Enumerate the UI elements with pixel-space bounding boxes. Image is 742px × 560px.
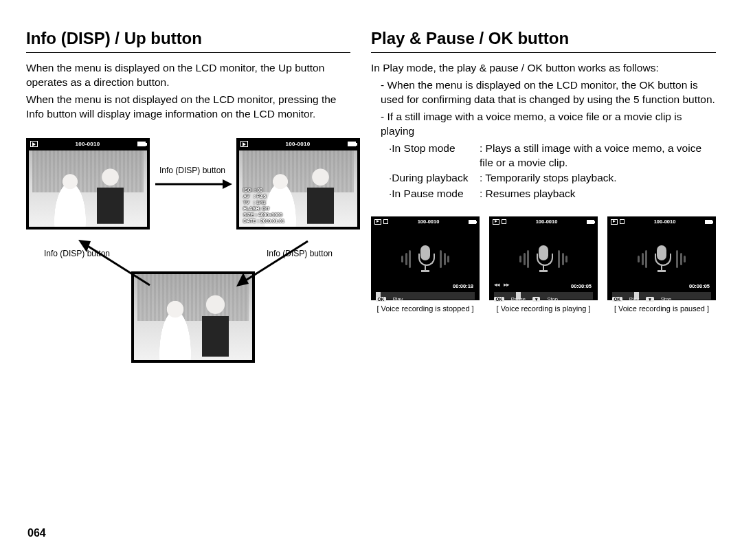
control-label: Pause [511,296,526,302]
file-counter: 100-0010 [536,219,558,225]
battery-icon [469,220,476,224]
svg-line-2 [87,245,150,285]
rewind-icon: ◂◂ [494,281,499,288]
microphone-graphic [372,226,479,292]
right-bullet-2: - If a still image with a voice memo, a … [371,110,716,139]
control-label: Stop [547,296,557,302]
left-para-1: When the menu is displayed on the LCD mo… [26,61,350,90]
control-hints: OKPlay [372,295,479,303]
memo-icon [383,219,388,224]
image-info-overlay: ISO : 80 AV : F3.5 TV : 1/41 FLASH: Off … [243,187,284,224]
control-label: Play [393,296,403,302]
left-column: Info (DISP) / Up button When the menu is… [26,29,350,381]
battery-icon [348,142,356,146]
control-label: Play [629,296,640,302]
fastforward-icon: ▸▸ [504,281,509,288]
svg-line-4 [245,241,308,281]
playback-icon [493,219,499,225]
playback-icon [30,141,38,147]
playback-icon [240,141,248,147]
battery-icon [705,220,712,224]
left-para-2: When the menu is not displayed on the LC… [26,93,350,122]
voice-playback-captions: [ Voice recording is stopped ][ Voice re… [371,304,716,313]
right-intro: In Play mode, the play & pause / OK butt… [371,61,716,76]
control-key: OK [612,297,622,302]
svg-marker-3 [78,240,91,252]
svg-marker-1 [223,179,232,189]
control-key: OK [376,297,386,302]
elapsed-time: 00:00:05 [571,283,592,289]
right-section-title: Play & Pause / OK button [371,29,716,53]
battery-icon [137,142,146,146]
page-number: 064 [27,527,46,539]
voice-playback-screen: 100-001000:00:18OKPlay [371,216,480,300]
arrow-right-icon [155,178,232,190]
voice-playback-screen: 100-001000:00:05OKPlay▼Stop [607,216,716,300]
arrow-downleft-icon [232,236,315,291]
memo-icon [620,219,625,224]
file-counter: 100-0010 [418,219,440,225]
control-hints: OKPause▼Stop [490,295,597,303]
control-key: ▼ [532,297,540,302]
microphone-icon [533,245,554,273]
rew-ffwd-icons: ◂◂▸▸ [494,281,509,288]
control-label: Stop [661,296,671,302]
control-key: ▼ [646,297,653,302]
lcd-screenshot-detailed: 100-0010 ISO : 80 AV : F3.5 TV : 1/41 FL… [236,138,360,229]
voice-playback-screens: 100-001000:00:18OKPlay100-0010◂◂▸▸00:00:… [371,216,716,300]
screen-caption: [ Voice recording is playing ] [489,304,598,313]
control-hints: OKPlay▼Stop [608,295,715,303]
file-counter: 100-0010 [654,219,676,225]
battery-icon [587,220,594,224]
right-bullet-1: - When the menu is displayed on the LCD … [371,78,716,107]
right-column: Play & Pause / OK button In Play mode, t… [371,29,716,381]
file-counter: 100-0010 [285,141,310,147]
lcd-screenshot-basic: 100-0010 [26,138,150,229]
microphone-graphic [608,226,715,292]
voice-playback-screen: 100-0010◂◂▸▸00:00:05OKPause▼Stop [489,216,598,300]
file-counter: 100-0010 [75,141,100,147]
memo-icon [502,219,506,224]
playback-icon [611,219,618,225]
microphone-icon [651,245,672,273]
left-section-title: Info (DISP) / Up button [26,29,350,53]
arrow-label-top: Info (DISP) button [159,166,225,175]
mode-row-pause: ·In Pause mode : Resumes playback [371,187,716,201]
microphone-icon [415,245,436,273]
sample-photo: ISO : 80 AV : F3.5 TV : 1/41 FLASH: Off … [239,150,357,227]
info-disp-diagram: 100-0010 100-0010 ISO : 80 AV : F3.5 TV … [26,134,350,381]
sample-photo [29,150,147,227]
elapsed-time: 00:00:05 [689,283,710,289]
playback-icon [374,219,381,225]
mode-row-stop: ·In Stop mode : Plays a still image with… [371,142,716,170]
arrow-upleft-icon [74,237,157,292]
screen-caption: [ Voice recording is stopped ] [371,304,480,313]
elapsed-time: 00:00:18 [453,283,473,289]
control-key: OK [494,297,504,302]
screen-caption: [ Voice recording is paused ] [607,304,716,313]
mode-row-playback: ·During playback : Temporarily stops pla… [371,171,716,186]
